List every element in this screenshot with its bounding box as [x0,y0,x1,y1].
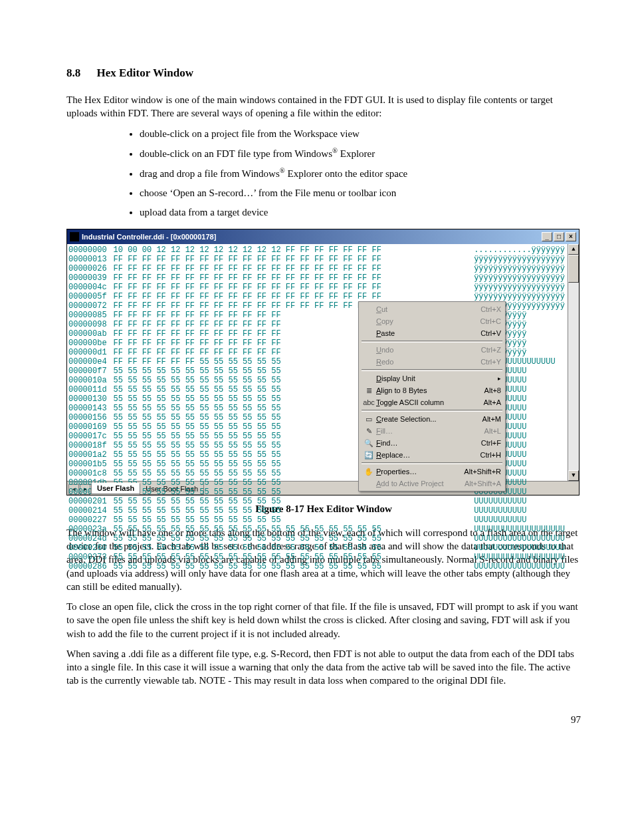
scroll-thumb[interactable] [568,255,579,283]
menu-item: ✎Fill…Alt+L [360,425,504,437]
list-item: double-click on a project file from the … [140,127,581,141]
menu-separator [362,369,502,371]
section-title: Hex Editor Window [97,67,193,79]
minimize-button[interactable]: _ [542,232,552,241]
section-number: 8.8 [66,67,80,80]
menu-item[interactable]: ▭Create Selection...Alt+M [360,413,504,425]
reg-mark: ® [280,167,285,174]
titlebar: Industrial Controller.ddi - [0x00000178]… [67,229,579,244]
menu-item-label: Create Selection... [375,414,482,424]
align-icon: ≣ [363,385,375,396]
menu-item-accelerator: Alt+Shift+R [464,467,501,476]
menu-item: CutCtrl+X [360,303,504,315]
blank-icon [363,478,375,489]
list-item: upload data from a target device [140,206,581,219]
vertical-scrollbar[interactable]: ▲ ▼ [568,244,579,481]
sel-icon: ▭ [363,414,375,424]
section-heading: 8.8 Hex Editor Window [66,67,581,80]
body-paragraph: To close an open file, click the cross i… [66,600,581,640]
menu-item[interactable]: PasteCtrl+V [360,327,504,339]
repl-icon: 🔄 [363,450,375,460]
blank-icon [363,316,375,327]
menu-item-accelerator: Ctrl+Y [480,357,501,366]
menu-separator [362,462,502,464]
tab-user-flash[interactable]: User Flash [91,483,140,494]
menu-separator [362,410,502,412]
maximize-button[interactable]: □ [554,232,564,241]
blank-icon [363,304,375,315]
abc-icon: abc [363,397,375,408]
page-number: 97 [66,714,581,726]
menu-item: CopyCtrl+C [360,315,504,327]
menu-item-label: Toggle ASCII column [375,398,483,407]
menu-item: UndoCtrl+Z [360,344,504,356]
reg-mark: ® [332,147,338,154]
menu-item-accelerator: Ctrl+F [481,438,501,448]
menu-item: RedoCtrl+Y [360,356,504,368]
list-item: drag and drop a file from Windows® Explo… [140,166,581,181]
scroll-down-button[interactable]: ▼ [568,470,579,481]
blank-icon [363,373,375,384]
window-title: Industrial Controller.ddi - [0x00000178] [82,233,542,241]
menu-item-accelerator: Alt+L [484,426,501,436]
scroll-up-button[interactable]: ▲ [568,244,579,255]
menu-item-label: Copy [375,317,480,326]
menu-item-label: Redo [375,357,480,366]
menu-item-accelerator: Alt+M [482,414,501,424]
menu-item-accelerator: Alt+8 [484,386,501,395]
blank-icon [363,345,375,355]
app-icon [70,232,79,241]
open-methods-list: double-click on a project file from the … [140,127,581,219]
menu-item-accelerator: Ctrl+C [480,317,501,326]
menu-item-accelerator: Ctrl+H [480,450,501,460]
menu-item-accelerator: Alt+A [483,398,501,407]
address-column: 00000000 00000013 00000026 00000039 0000… [67,244,110,481]
menu-item-accelerator: Alt+Shift+A [465,479,501,488]
menu-item-label: Undo [375,345,481,354]
find-icon: 🔍 [363,438,375,448]
menu-item[interactable]: ✋Properties…Alt+Shift+R [360,466,504,478]
menu-item-accelerator: Ctrl+Z [481,345,501,354]
body-paragraph: When saving a .ddi file as a different f… [66,647,581,688]
hex-editor-window: Industrial Controller.ddi - [0x00000178]… [66,229,580,495]
menu-item[interactable]: ≣Align to 8 BytesAlt+8 [360,384,504,396]
prop-icon: ✋ [363,466,375,477]
menu-item: Add to Active ProjectAlt+Shift+A [360,478,504,490]
menu-item-label: Fill… [375,426,484,436]
menu-item[interactable]: Display Unit [360,372,504,384]
context-menu: CutCtrl+XCopyCtrl+CPasteCtrl+VUndoCtrl+Z… [358,301,506,491]
menu-item[interactable]: abcToggle ASCII columnAlt+A [360,396,504,408]
menu-item-label: Add to Active Project [375,479,465,488]
menu-item-label: Replace… [375,450,480,460]
menu-item-label: Find… [375,438,481,448]
menu-item-accelerator: Ctrl+X [480,305,501,314]
blank-icon [363,356,375,367]
menu-item-label: Paste [375,329,480,338]
menu-item-label: Display Unit [375,374,498,383]
hex-area[interactable]: 00000000 00000013 00000026 00000039 0000… [67,244,579,481]
menu-separator [362,341,502,343]
menu-item-label: Cut [375,305,480,314]
fill-icon: ✎ [363,426,375,436]
list-item: double-click on an FDT file type from Wi… [140,146,581,161]
menu-item[interactable]: 🔄Replace…Ctrl+H [360,449,504,461]
menu-item-label: Properties… [375,467,464,476]
list-item: choose ‘Open an S-record…’ from the File… [140,186,581,200]
menu-item[interactable]: 🔍Find…Ctrl+F [360,437,504,449]
intro-paragraph: The Hex Editor window is one of the main… [66,93,581,120]
close-button[interactable]: × [566,232,576,241]
menu-item-label: Align to 8 Bytes [375,386,484,395]
blank-icon [363,328,375,339]
scroll-track[interactable] [568,255,579,470]
menu-item-accelerator: Ctrl+V [480,329,501,338]
